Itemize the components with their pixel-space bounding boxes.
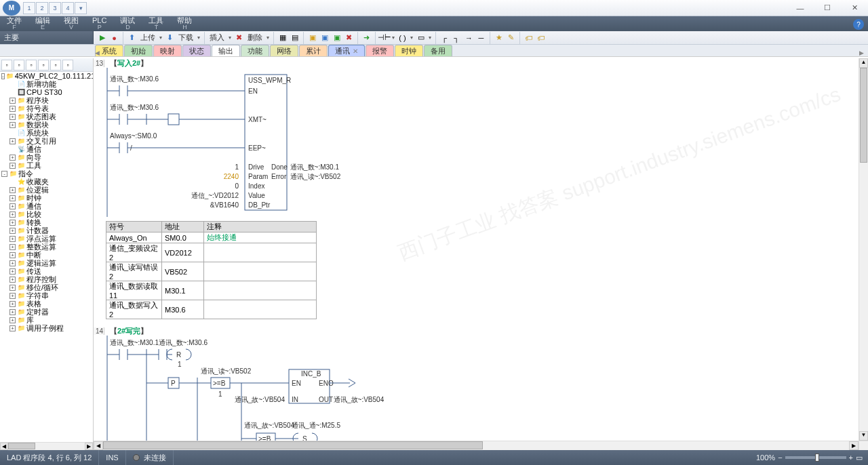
help-icon[interactable]: ? (853, 19, 864, 30)
qat-3[interactable]: 3 (49, 2, 61, 14)
tree-expander[interactable]: + (9, 236, 16, 242)
tool-icon-7[interactable]: ➜ (361, 32, 372, 43)
menu-F[interactable]: 文件F (0, 16, 28, 31)
download-label[interactable]: 下载 (176, 33, 195, 43)
tree-node[interactable]: +📁字符串 (0, 291, 93, 300)
tree-expander[interactable]: + (9, 98, 16, 104)
qat-2[interactable]: 2 (36, 2, 48, 14)
maximize-button[interactable]: ☐ (814, 1, 841, 16)
tab-映射[interactable]: 映射 (153, 45, 182, 56)
tree-expander[interactable]: + (9, 138, 16, 144)
tree-expander[interactable]: + (9, 114, 16, 120)
menu-V[interactable]: 视图V (57, 16, 85, 31)
run-icon[interactable]: ▶ (96, 32, 108, 43)
tree-expander[interactable]: + (9, 155, 16, 161)
tab-功能[interactable]: 功能 (241, 45, 269, 56)
qat-1[interactable]: 1 (23, 2, 35, 14)
tool-icon-3[interactable]: ▣ (307, 32, 318, 43)
tool-icon-4[interactable]: ▣ (319, 32, 330, 43)
tab-初始[interactable]: 初始 (124, 45, 153, 56)
qat-4[interactable]: 4 (62, 2, 74, 14)
qat-dropdown[interactable]: ▾ (75, 2, 87, 14)
upload-icon[interactable]: ⬆ (126, 32, 138, 43)
zoom-slider[interactable] (785, 456, 846, 459)
upload-label[interactable]: 上传 (138, 33, 157, 43)
tree-btn-2[interactable]: ▫ (14, 60, 24, 70)
tab-备用[interactable]: 备用 (424, 45, 452, 56)
tree-node[interactable]: +📁交叉引用 (0, 137, 93, 145)
tree-btn-5[interactable]: ▫ (50, 60, 61, 70)
tree-node[interactable]: +📁位逻辑 (0, 186, 93, 194)
insert-label[interactable]: 插入 (208, 33, 226, 43)
tree-expander[interactable]: + (9, 106, 16, 112)
editor-vscrollbar[interactable]: ▲▼ (859, 58, 868, 441)
edit-icon[interactable]: ✎ (505, 32, 517, 43)
tree-expander[interactable]: + (9, 301, 16, 307)
tab-scroll-right[interactable]: ▶ (855, 49, 868, 56)
tool-icon-1[interactable]: ▦ (277, 32, 288, 43)
zoom-control[interactable]: 100% − + ▭ (751, 453, 868, 462)
ladder-canvas[interactable]: 西门子工业 找答案 support.industry.siemens.com/c… (94, 58, 859, 441)
tree-expander[interactable]: + (9, 309, 16, 315)
tab-scroll-left[interactable]: ◀ (95, 49, 100, 56)
minimize-button[interactable]: — (787, 1, 814, 16)
tree-btn-1[interactable]: ▫ (1, 60, 12, 70)
menu-D[interactable]: 调试D (113, 16, 142, 31)
tree-expander[interactable]: + (9, 293, 16, 299)
tree-expander[interactable]: + (9, 260, 16, 266)
delete-label[interactable]: 删除 (245, 33, 264, 43)
tree-expander[interactable]: + (9, 187, 16, 193)
tree-expander[interactable]: + (9, 285, 16, 291)
app-menu-button[interactable]: M (3, 1, 20, 16)
stop-icon[interactable]: ● (108, 32, 120, 43)
tool-icon-6[interactable]: ✖ (343, 32, 355, 43)
tree-expander[interactable]: + (9, 163, 16, 169)
tab-通讯[interactable]: 通讯✕ (328, 45, 365, 56)
contact-no-icon[interactable]: ⊣⊢ (378, 32, 390, 43)
branch-icon-3[interactable]: → (463, 32, 475, 43)
tree-node[interactable]: +📁时钟 (0, 194, 93, 202)
tree-node[interactable]: +📁比较 (0, 210, 93, 218)
editor-hscrollbar[interactable]: ◀▶ (94, 441, 859, 450)
tree-btn-6[interactable]: ▫ (62, 60, 73, 70)
zoom-fit-icon[interactable]: ▭ (856, 453, 863, 462)
tree-node[interactable]: +📁调用子例程 (0, 324, 93, 332)
tree-node[interactable]: +📁定时器 (0, 308, 93, 316)
tag-icon-2[interactable]: 🏷 (535, 32, 547, 43)
tree-node[interactable]: +📁通信 (0, 202, 93, 210)
menu-P[interactable]: PLCP (85, 16, 113, 31)
tree-hscrollbar[interactable]: ◀▶ (0, 442, 93, 450)
tree-expander[interactable]: + (9, 325, 16, 331)
branch-icon-2[interactable]: ┐ (451, 32, 462, 43)
zoom-in-icon[interactable]: + (849, 453, 853, 462)
tree-node[interactable]: 📄新增功能 (0, 80, 93, 88)
tree-btn-4[interactable]: ▫ (38, 60, 49, 70)
tree-expander[interactable]: + (9, 317, 16, 323)
tab-报警[interactable]: 报警 (366, 45, 394, 56)
tree-expander[interactable]: + (9, 122, 16, 128)
tool-icon-2[interactable]: ▤ (289, 32, 300, 43)
tree-expander[interactable]: + (9, 252, 16, 258)
tab-状态[interactable]: 状态 (182, 45, 211, 56)
tab-close-icon[interactable]: ✕ (353, 47, 358, 55)
tree-expander[interactable]: + (9, 277, 16, 283)
tree-expander[interactable]: + (9, 195, 16, 201)
tree-expander[interactable]: - (1, 73, 5, 79)
tree-expander[interactable]: + (9, 203, 16, 209)
tree-node[interactable]: +📁整数运算 (0, 243, 93, 251)
zoom-out-icon[interactable]: − (778, 453, 782, 462)
download-icon[interactable]: ⬇ (164, 32, 176, 43)
box-icon[interactable]: ▭ (415, 32, 427, 43)
tab-网络[interactable]: 网络 (270, 45, 298, 56)
tree-node[interactable]: +📁工具 (0, 161, 93, 169)
tab-时钟[interactable]: 时钟 (395, 45, 423, 56)
tab-累计[interactable]: 累计 (299, 45, 328, 56)
project-tree[interactable]: -📁45KW_PLC2_10.111.212.1📄新增功能🔲CPU ST30+📁… (0, 72, 93, 442)
branch-icon-4[interactable]: ─ (475, 32, 487, 43)
tab-输出[interactable]: 输出 (212, 45, 240, 56)
branch-icon-1[interactable]: ┌ (439, 32, 450, 43)
tree-expander[interactable]: + (9, 211, 16, 218)
tree-btn-3[interactable]: ▫ (26, 60, 37, 70)
tree-expander[interactable]: + (9, 268, 16, 275)
menu-H[interactable]: 帮助H (170, 16, 199, 31)
